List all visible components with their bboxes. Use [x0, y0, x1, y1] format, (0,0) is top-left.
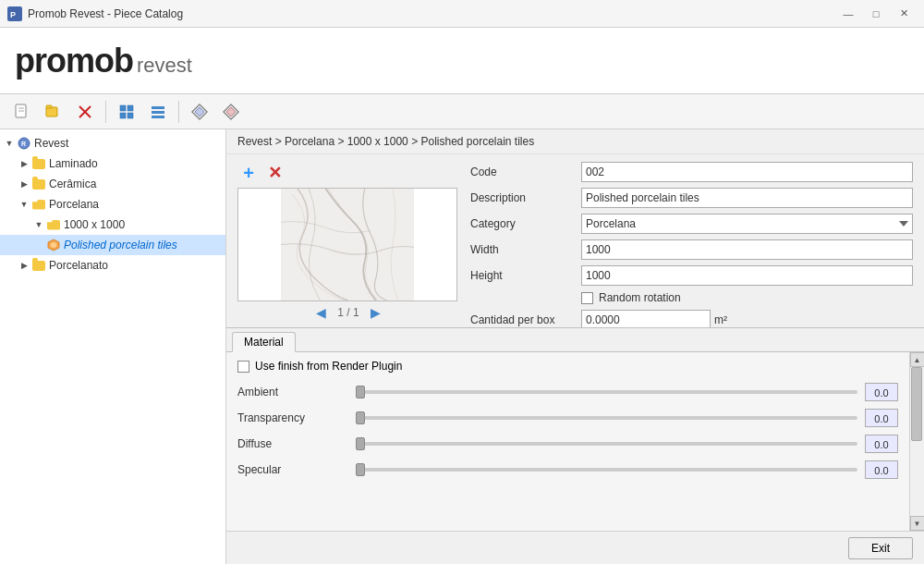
new-icon	[13, 103, 31, 121]
paint1-button[interactable]	[185, 98, 214, 126]
sidebar-item-laminado[interactable]: ▶ Laminado	[0, 153, 225, 174]
material-panel: Use finish from Render Plugin Ambient 0.…	[226, 352, 909, 491]
height-input[interactable]	[581, 265, 913, 286]
paint2-button[interactable]	[216, 98, 246, 126]
ambient-value: 0.0	[865, 383, 898, 401]
detail-panel: + ✕	[226, 154, 924, 327]
svg-text:P: P	[10, 10, 16, 19]
ambient-slider-track[interactable]	[356, 390, 857, 394]
window-title: Promob Revest - Piece Catalog	[28, 7, 183, 20]
add-image-button[interactable]: +	[237, 162, 260, 184]
tree-arrow-laminado: ▶	[17, 156, 31, 171]
form-row-category: Category Porcelana Cerâmica Laminado Por…	[470, 214, 913, 234]
width-input[interactable]	[581, 239, 913, 260]
specular-slider-thumb[interactable]	[356, 463, 365, 476]
content-area: Revest > Porcelana > 1000 x 1000 > Polis…	[226, 129, 924, 564]
category-select[interactable]: Porcelana Cerâmica Laminado Porcelanato	[581, 214, 913, 234]
scroll-up-button[interactable]: ▲	[910, 352, 925, 367]
sidebar-item-revest[interactable]: ▼ R Revest	[0, 133, 225, 153]
form-area: Code Description Category Porcelana Cerâ…	[470, 162, 913, 320]
svg-rect-15	[152, 116, 164, 118]
width-label: Width	[470, 243, 581, 256]
diffuse-slider-thumb[interactable]	[356, 437, 365, 450]
transparency-value: 0.0	[865, 409, 898, 427]
nav-page-label: 1 / 1	[337, 306, 359, 319]
sidebar-item-1000x1000-label: 1000 x 1000	[64, 218, 125, 231]
tree-arrow-revest: ▼	[2, 136, 17, 151]
form-row-width: Width	[470, 239, 913, 260]
footer: Exit	[226, 531, 924, 564]
description-label: Description	[470, 191, 581, 204]
svg-text:R: R	[21, 141, 26, 147]
delete-button[interactable]	[70, 98, 100, 126]
ambient-label: Ambient	[237, 386, 348, 398]
title-bar: P Promob Revest - Piece Catalog — □ ✕	[0, 0, 924, 28]
lower-section: Material Use finish from Render Plugin A…	[226, 327, 924, 531]
delete-icon	[76, 103, 94, 121]
diffuse-label: Diffuse	[237, 437, 348, 450]
marble-svg	[238, 189, 456, 300]
form-row-height: Height	[470, 265, 913, 286]
maximize-button[interactable]: □	[863, 4, 889, 24]
ambient-slider-thumb[interactable]	[356, 386, 365, 398]
cantidad-input[interactable]	[581, 310, 711, 327]
specular-label: Specular	[237, 463, 348, 476]
sidebar-item-piece[interactable]: Polished porcelain tiles	[0, 235, 225, 255]
open-icon	[44, 103, 63, 121]
random-rotation-checkbox[interactable]	[581, 292, 593, 304]
transparency-slider-track[interactable]	[356, 416, 857, 420]
sidebar-item-ceramica[interactable]: ▶ Cerâmica	[0, 174, 225, 194]
exit-button[interactable]: Exit	[848, 537, 913, 559]
tree-arrow-1000x1000: ▼	[31, 217, 46, 232]
specular-slider-track[interactable]	[356, 468, 857, 472]
sidebar-item-ceramica-label: Cerâmica	[49, 178, 96, 190]
specular-row: Specular 0.0	[237, 458, 898, 482]
header: promob revest	[0, 28, 924, 94]
close-button[interactable]: ✕	[891, 4, 917, 24]
porcelana-folder-icon	[31, 197, 46, 212]
tab-material[interactable]: Material	[232, 332, 296, 352]
logo-revest: revest	[137, 54, 192, 78]
sidebar-item-porcelanato[interactable]: ▶ Porcelanato	[0, 255, 225, 276]
tile-image	[237, 188, 457, 301]
minimize-button[interactable]: —	[835, 4, 861, 24]
sidebar-item-1000x1000[interactable]: ▼ 1000 x 1000	[0, 215, 225, 235]
svg-rect-9	[120, 105, 126, 111]
sidebar-item-porcelana-label: Porcelana	[49, 198, 99, 211]
description-input[interactable]	[581, 188, 913, 208]
category-label: Category	[470, 217, 581, 230]
grid-button[interactable]	[112, 98, 141, 126]
svg-rect-12	[128, 113, 133, 118]
list-button[interactable]	[143, 98, 173, 126]
scroll-content: Use finish from Render Plugin Ambient 0.…	[226, 352, 909, 531]
code-input[interactable]	[581, 162, 913, 182]
diffuse-slider-track[interactable]	[356, 442, 857, 446]
scroll-down-button[interactable]: ▼	[910, 516, 925, 531]
paint2-icon	[222, 103, 240, 121]
svg-rect-6	[46, 105, 52, 108]
specular-value: 0.0	[865, 460, 898, 479]
tab-bar: Material	[226, 328, 924, 352]
list-icon	[149, 103, 167, 121]
porcelanato-folder-icon	[31, 258, 46, 273]
laminado-folder-icon	[31, 156, 46, 171]
remove-image-button[interactable]: ✕	[263, 162, 286, 184]
use-finish-checkbox[interactable]	[237, 361, 249, 373]
nav-next-arrow[interactable]: ▶	[367, 305, 384, 320]
sidebar: ▼ R Revest ▶ Laminado ▶ Cerâmica	[0, 129, 226, 564]
open-button[interactable]	[39, 98, 68, 126]
transparency-slider-thumb[interactable]	[356, 411, 365, 424]
main-layout: ▼ R Revest ▶ Laminado ▶ Cerâmica	[0, 129, 924, 564]
sidebar-item-laminado-label: Laminado	[49, 157, 98, 170]
transparency-label: Transparency	[237, 411, 348, 424]
svg-marker-23	[50, 241, 57, 249]
tree-arrow-porcelana: ▼	[17, 197, 31, 212]
sidebar-item-porcelana[interactable]: ▼ Porcelana	[0, 194, 225, 215]
toolbar	[0, 94, 924, 129]
nav-prev-arrow[interactable]: ◀	[312, 305, 330, 320]
logo: promob revest	[15, 42, 192, 80]
image-preview: + ✕	[237, 162, 459, 320]
scroll-thumb[interactable]	[911, 367, 922, 441]
new-button[interactable]	[7, 98, 37, 126]
toolbar-separator-1	[105, 101, 106, 123]
